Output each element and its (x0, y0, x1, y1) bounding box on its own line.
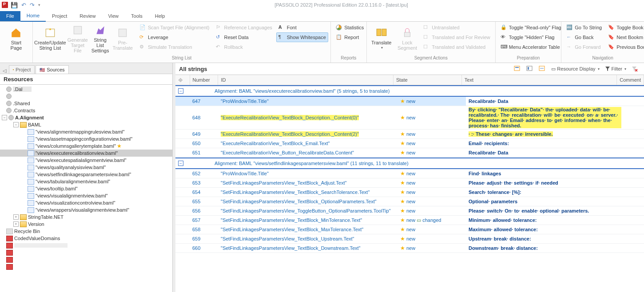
tree-item[interactable]: StringTable.NET (28, 214, 64, 220)
tab-review[interactable]: Review (73, 11, 102, 21)
toggle-hidden-button[interactable]: 👁Toggle "Hidden" Flag (498, 32, 564, 42)
pre-translate-button[interactable]: Pre-Translate (111, 23, 133, 55)
clear-filter-button[interactable] (629, 65, 640, 72)
tab-project[interactable]: Project (46, 11, 73, 21)
tree-file[interactable]: "views/visualizationcontrolview.baml" (0, 199, 172, 206)
lock-segment-button[interactable]: Lock Segment (395, 23, 419, 55)
translate-button[interactable]: Translate▾ (370, 23, 394, 55)
tab-tools[interactable]: Tools (125, 11, 149, 21)
table-row[interactable]: 650"ExecuteRecalibrationView_TextBlock_E… (175, 139, 644, 148)
tree-file[interactable]: "views/setfindlinkagesparametersview.bam… (0, 171, 172, 178)
untranslated-button[interactable]: ☐Untranslated (421, 23, 493, 32)
redo-icon[interactable]: ↷ (30, 2, 35, 8)
tree-file[interactable]: "views/wrappers/visualalignmentview.baml… (0, 206, 172, 213)
col-flag[interactable]: 🞜 (175, 75, 190, 85)
tool-icon-3[interactable] (536, 65, 549, 73)
resource-display-button[interactable]: ▭Resource Display▾ (549, 65, 602, 73)
show-whitespace-button[interactable]: ¶Show Whitespace (276, 32, 328, 42)
tree-item[interactable]: Recycle Bin (14, 229, 40, 234)
tool-icon-1[interactable] (511, 65, 524, 73)
tab-help[interactable]: Help (149, 11, 171, 21)
tool-icon-2[interactable] (524, 65, 536, 73)
table-row[interactable]: 653"SetFindLinkagesParametersView_TextBl… (175, 178, 644, 188)
collapse-icon[interactable]: − (2, 115, 7, 120)
toggle-bookmark-button[interactable]: 🔖Toggle Book (606, 23, 644, 32)
expand-icon[interactable]: + (13, 214, 19, 220)
prev-bookmark-button[interactable]: 🔖Previous Boo (606, 42, 644, 52)
string-list-settings-button[interactable]: String List Settings (91, 23, 110, 55)
table-row[interactable]: 647"ProWindowTitle.Title"★newRecalibrate… (175, 97, 644, 106)
col-id[interactable]: ID (218, 75, 394, 85)
col-state[interactable]: State (394, 75, 462, 85)
reference-lang-button[interactable]: 🏳Reference Languages (214, 23, 274, 32)
tree-file[interactable]: "views/alignmentmappingrulesview.baml" (0, 128, 172, 135)
menu-accel-button[interactable]: ⌨Menu Accelerator Table (498, 42, 564, 52)
leverage-button[interactable]: ⟳Leverage (137, 32, 212, 42)
trans-review-button[interactable]: ☐Translated and For Review (421, 32, 493, 42)
table-row[interactable]: 659"SetFindLinkagesParametersView_TextBl… (175, 234, 644, 244)
tree-item[interactable]: A.Alignment (15, 115, 44, 120)
back-icon[interactable]: ◁ (3, 68, 6, 74)
tree-item[interactable]: .Shared (13, 101, 30, 106)
group-header[interactable]: −Alignment: BAML "views/setfindlinkagesp… (175, 158, 644, 169)
rollback-button[interactable]: ↶Rollback (214, 42, 274, 52)
simulate-button[interactable]: ⚙Simulate Translation (137, 42, 212, 52)
table-row[interactable]: 648"ExecuteRecalibrationView_TextBlock_D… (175, 106, 644, 130)
tree-item[interactable]: Version (28, 221, 44, 227)
strings-grid[interactable]: 🞜 Number ID State Text Comment −Alignmen… (175, 75, 644, 292)
table-row[interactable]: 655"SetFindLinkagesParametersView_TextBl… (175, 197, 644, 206)
next-bookmark-button[interactable]: 🔖Next Bookm (606, 32, 644, 42)
tree-item[interactable]: .Dal (13, 87, 32, 92)
report-button[interactable]: 📋Report (334, 32, 366, 42)
tree-item[interactable]: CodedValueDomains (14, 236, 60, 241)
tree-file[interactable]: "views/assetmappingconfigurationview.bam… (0, 135, 172, 142)
table-row[interactable]: 657"SetFindLinkagesParametersView_TextBl… (175, 216, 644, 225)
font-button[interactable]: AFont (276, 23, 328, 32)
table-row[interactable]: 651"ExecuteRecalibrationView_Button_Reca… (175, 148, 644, 158)
col-comment[interactable]: Comment (617, 75, 644, 85)
tree-file[interactable]: "views/columnsgallerytemplate.baml"★ (0, 142, 172, 150)
tree-item[interactable]: BAML (28, 122, 41, 127)
expand-icon[interactable]: + (13, 221, 19, 227)
statistics-button[interactable]: Statistics (334, 23, 366, 32)
filter-button[interactable]: Filter▾ (602, 65, 629, 72)
table-row[interactable]: 654"SetFindLinkagesParametersView_TextBl… (175, 188, 644, 197)
go-forward-button[interactable]: →Go Forward (564, 42, 604, 52)
table-row[interactable]: 660"SetFindLinkagesParametersView_TextBl… (175, 244, 644, 253)
tree-file[interactable]: "views/tabularalignmentview.baml" (0, 178, 172, 185)
table-row[interactable]: 652"ProWindowTitle.Title"★newFind· linka… (175, 169, 644, 178)
tree-file[interactable]: "views/qualityanalysisview.baml" (0, 164, 172, 171)
go-back-button[interactable]: ←Go Back (564, 32, 604, 42)
tab-home[interactable]: Home (20, 11, 46, 22)
table-row[interactable]: 656"SetFindLinkagesParametersView_Toggle… (175, 206, 644, 216)
scan-target-button[interactable]: 📄Scan Target File (Alignment) (137, 23, 212, 32)
save-icon[interactable]: 💾 (11, 2, 18, 8)
sources-tab[interactable]: 🇺🇸Sources (36, 65, 68, 74)
tab-file[interactable]: File (0, 11, 20, 21)
collapse-icon[interactable]: − (178, 88, 183, 94)
undo-icon[interactable]: ↶ (21, 2, 26, 8)
create-update-button[interactable]: Create/Update String List (36, 23, 65, 55)
tree-item[interactable] (14, 243, 68, 248)
col-number[interactable]: Number (190, 75, 219, 85)
tab-view[interactable]: View (102, 11, 125, 21)
tree-file[interactable]: "views/executespatialalignmentview.baml" (0, 157, 172, 164)
col-text[interactable]: Text (462, 75, 617, 85)
toggle-readonly-button[interactable]: 🔒Toggle "Read-only" Flag (498, 23, 564, 32)
table-row[interactable]: 658"SetFindLinkagesParametersView_TextBl… (175, 225, 644, 234)
project-tab[interactable]: Project (9, 65, 35, 74)
collapse-icon[interactable]: − (178, 161, 183, 166)
tree-file[interactable]: "views/visualalignmentview.baml" (0, 192, 172, 199)
resource-tree[interactable]: .Dal .Shared .Contracts −A.Alignment −BA… (0, 85, 172, 292)
group-header[interactable]: −Alignment: BAML "views/executerecalibra… (175, 85, 644, 97)
collapse-icon[interactable]: − (13, 122, 19, 127)
tree-file[interactable]: "views/tooltip.baml" (0, 185, 172, 192)
tree-file[interactable]: "views/executerecalibrationview.baml" (0, 150, 172, 157)
generate-target-button[interactable]: Generate Target File (67, 23, 89, 55)
trans-valid-button[interactable]: ☐Translated and Validated (421, 42, 493, 52)
table-row[interactable]: 649"ExecuteRecalibrationView_TextBlock_D… (175, 130, 644, 139)
goto-string-button[interactable]: 🔤Go To String (564, 23, 604, 32)
tree-item[interactable]: .Contracts (13, 108, 35, 113)
start-page-button[interactable]: Start Page (3, 23, 30, 55)
reset-data-button[interactable]: ↺Reset Data (214, 32, 274, 42)
